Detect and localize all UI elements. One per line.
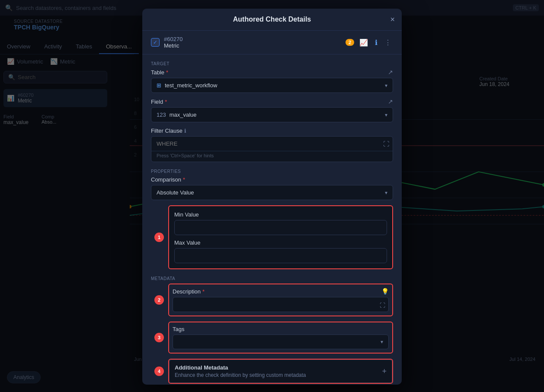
badge-2: 2 bbox=[154, 295, 164, 305]
field-chevron: ▾ bbox=[385, 112, 387, 118]
filter-input[interactable] bbox=[151, 137, 393, 151]
max-value-row: Max Value 8 bbox=[174, 239, 387, 263]
comparison-required: * bbox=[183, 176, 185, 183]
table-required: * bbox=[166, 69, 168, 76]
field-link-icon[interactable]: ↗ bbox=[388, 98, 393, 105]
more-options-button[interactable]: ⋮ bbox=[383, 38, 393, 48]
table-select[interactable]: ⊞ test_metric_workflow ▾ bbox=[151, 78, 393, 93]
add-metadata-icon[interactable]: + bbox=[382, 367, 387, 376]
additional-meta-title: Additional Metadata bbox=[175, 364, 306, 371]
check-header-info: #60270 Metric bbox=[164, 36, 182, 49]
min-value-label: Min Value bbox=[174, 211, 387, 218]
tags-chevron: ▾ bbox=[381, 339, 383, 345]
check-checkbox[interactable]: ✓ bbox=[151, 38, 160, 47]
max-value-label: Max Value bbox=[174, 239, 387, 246]
filter-hint: Press 'Ctrl+Space' for hints bbox=[151, 151, 393, 162]
modal: Authored Check Details × ✓ #60270 Metric… bbox=[142, 9, 402, 385]
comparison-field-row: Comparison * Absolute Value ▾ bbox=[151, 176, 393, 200]
min-max-section-wrapper: 1 Min Value 1 Max Value 8 bbox=[168, 205, 393, 269]
table-icon: ⊞ bbox=[157, 82, 161, 89]
description-input-wrapper: test ⛶ bbox=[173, 297, 389, 312]
field-value-display: max_value bbox=[170, 112, 197, 118]
description-info-icon: 💡 bbox=[381, 288, 389, 295]
comparison-chevron: ▾ bbox=[385, 190, 387, 196]
filter-clause-wrapper: ⛶ Press 'Ctrl+Space' for hints bbox=[151, 136, 393, 162]
description-expand-icon[interactable]: ⛶ bbox=[380, 302, 385, 309]
table-value: test_metric_workflow bbox=[165, 82, 217, 89]
comparison-label: Comparison * bbox=[151, 176, 393, 183]
check-header-left: ✓ #60270 Metric bbox=[151, 36, 182, 49]
additional-meta-toggle[interactable]: Additional Metadata Enhance the check de… bbox=[169, 360, 392, 383]
badge-1: 1 bbox=[154, 233, 164, 242]
badge-3: 3 bbox=[154, 333, 164, 342]
min-max-section: Min Value 1 Max Value 8 bbox=[168, 205, 393, 269]
filter-info-icon: ℹ bbox=[184, 128, 186, 134]
tags-label: Tags bbox=[173, 326, 389, 332]
table-field-label: Table * ↗ bbox=[151, 69, 393, 76]
modal-overlay: Authored Check Details × ✓ #60270 Metric… bbox=[0, 0, 544, 392]
field-field-label: Field * ↗ bbox=[151, 98, 393, 105]
badge-4: 4 bbox=[154, 367, 164, 376]
additional-meta-wrapper: 4 Additional Metadata Enhance the check … bbox=[168, 359, 393, 384]
min-value-input[interactable]: 1 bbox=[174, 220, 387, 235]
additional-meta-desc: Enhance the check definition by setting … bbox=[175, 372, 306, 378]
target-section-label: Target bbox=[151, 61, 393, 66]
properties-section-label: Properties bbox=[151, 169, 393, 174]
modal-title: Authored Check Details bbox=[233, 16, 311, 23]
table-link-icon[interactable]: ↗ bbox=[388, 69, 393, 76]
table-chevron: ▾ bbox=[385, 83, 387, 89]
check-header-row: ✓ #60270 Metric 2 📈 ℹ ⋮ bbox=[142, 31, 402, 54]
max-value-input[interactable]: 8 bbox=[174, 248, 387, 263]
check-header-right: 2 📈 ℹ ⋮ bbox=[346, 38, 393, 48]
description-label: Description * 💡 bbox=[173, 288, 389, 295]
filter-clause-row: Filter Clause ℹ ⛶ Press 'Ctrl+Space' for… bbox=[151, 127, 393, 162]
field-field-row: Field * ↗ 123 max_value ▾ bbox=[151, 98, 393, 122]
close-button[interactable]: × bbox=[390, 15, 395, 24]
tags-field-row: Tags ▾ bbox=[168, 322, 393, 354]
description-input[interactable]: test bbox=[173, 297, 389, 312]
description-section-wrapper: 2 Description * 💡 test ⛶ bbox=[168, 284, 393, 316]
comparison-select[interactable]: Absolute Value ▾ bbox=[151, 185, 393, 200]
check-number: #60270 bbox=[164, 36, 182, 42]
comparison-value: Absolute Value bbox=[157, 189, 194, 196]
check-type-text: Metric bbox=[164, 42, 182, 49]
description-field-row: Description * 💡 test ⛶ bbox=[168, 284, 393, 316]
table-field-row: Table * ↗ ⊞ test_metric_workflow ▾ bbox=[151, 69, 393, 93]
field-required: * bbox=[165, 99, 167, 105]
modal-header: Authored Check Details × bbox=[142, 9, 402, 31]
filter-label: Filter Clause ℹ bbox=[151, 127, 393, 134]
warning-badge: 2 bbox=[346, 39, 354, 46]
modal-body: Target Table * ↗ ⊞ test_metric_workflow … bbox=[142, 61, 402, 385]
info-button[interactable]: ℹ bbox=[373, 38, 379, 48]
tags-section-wrapper: 3 Tags ▾ bbox=[168, 322, 393, 354]
additional-meta-section: Additional Metadata Enhance the check de… bbox=[168, 359, 393, 384]
description-required: * bbox=[202, 288, 205, 295]
field-type-icon: 123 bbox=[157, 112, 166, 118]
field-select[interactable]: 123 max_value ▾ bbox=[151, 107, 393, 122]
chart-button[interactable]: 📈 bbox=[358, 38, 370, 48]
metadata-section-label: Metadata bbox=[151, 276, 393, 281]
tags-select[interactable]: ▾ bbox=[173, 335, 389, 349]
min-value-row: Min Value 1 bbox=[174, 211, 387, 235]
filter-expand-icon[interactable]: ⛶ bbox=[383, 140, 389, 147]
